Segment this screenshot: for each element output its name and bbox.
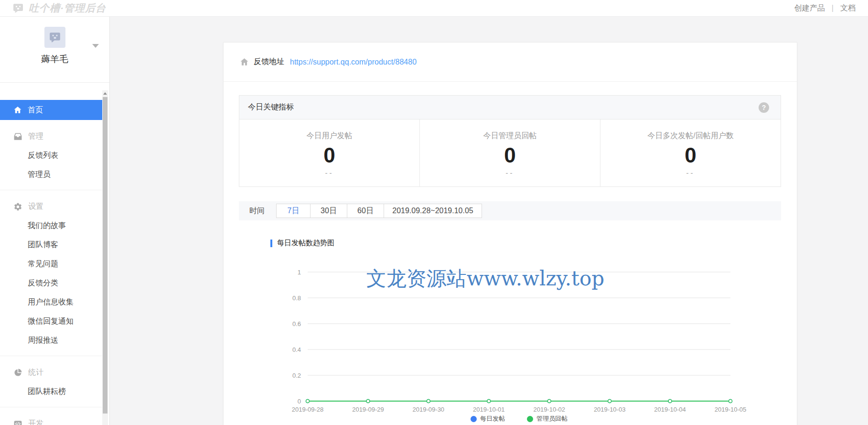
- time-filter-60d-button[interactable]: 60日: [347, 204, 384, 218]
- svg-text:0.4: 0.4: [292, 346, 301, 353]
- time-filter-daterange-button[interactable]: 2019.09.28~2019.10.05: [384, 204, 482, 218]
- sidebar-section-label: 设置: [28, 202, 43, 212]
- svg-text:2019-10-05: 2019-10-05: [715, 406, 747, 413]
- sidebar-section-dev[interactable]: 开发: [0, 414, 102, 425]
- sidebar-section-label: 开发: [28, 419, 43, 425]
- chart-title-text: 每日发帖数趋势图: [277, 239, 334, 248]
- svg-text:2019-10-02: 2019-10-02: [533, 406, 565, 413]
- gear-icon: [13, 202, 22, 211]
- code-icon: [13, 419, 22, 425]
- time-filter-7d-button[interactable]: 7日: [276, 204, 311, 218]
- chart-legend: 每日发帖 管理员回帖: [308, 414, 730, 423]
- create-product-link[interactable]: 创建产品: [794, 3, 825, 13]
- sidebar-item-our-story[interactable]: 我们的故事: [0, 216, 102, 235]
- sidebar-item-user-info-collect[interactable]: 用户信息收集: [0, 293, 102, 312]
- title-accent-bar: [270, 240, 272, 247]
- metric-admin-replies: 今日管理员回帖 0 --: [419, 120, 600, 186]
- svg-text:0.6: 0.6: [292, 320, 301, 327]
- divider: [0, 356, 102, 356]
- metric-label: 今日多次发帖/回帖用户数: [647, 131, 733, 141]
- metric-sub: --: [325, 169, 334, 177]
- metric-label: 今日管理员回帖: [483, 131, 537, 141]
- svg-text:2019-09-30: 2019-09-30: [413, 406, 445, 413]
- svg-text:0.8: 0.8: [292, 294, 301, 302]
- svg-text:2019-09-29: 2019-09-29: [352, 406, 384, 413]
- legend-item-admin-replies[interactable]: 管理员回帖: [527, 414, 568, 423]
- topbar-separator: |: [832, 4, 834, 12]
- home-icon: [13, 106, 22, 114]
- metric-value: 0: [323, 144, 335, 167]
- sidebar-section-stats[interactable]: 统计: [0, 363, 102, 382]
- svg-text:0: 0: [298, 398, 301, 405]
- metric-label: 今日用户发帖: [307, 131, 353, 141]
- chart-title: 每日发帖数趋势图: [270, 239, 334, 248]
- metric-user-posts: 今日用户发帖 0 --: [239, 120, 419, 186]
- feedback-address-row: 反馈地址 https://support.qq.com/product/8848…: [224, 43, 797, 82]
- sidebar-section-manage[interactable]: 管理: [0, 127, 102, 146]
- product-avatar[interactable]: [44, 27, 65, 48]
- topbar-brand: 吐个槽·管理后台: [12, 1, 106, 15]
- key-metrics-panel: 今日关键指标 ? 今日用户发帖 0 -- 今日管理员回帖 0 -- 今日多次发帖…: [239, 95, 781, 187]
- metrics-header: 今日关键指标 ?: [239, 96, 781, 120]
- home-icon: [240, 57, 249, 66]
- question-icon[interactable]: ?: [759, 102, 769, 113]
- metric-value: 0: [504, 144, 515, 167]
- sidebar-item-feedback-category[interactable]: 反馈分类: [0, 273, 102, 293]
- sidebar-section-label: 管理: [28, 131, 43, 142]
- metrics-body: 今日用户发帖 0 -- 今日管理员回帖 0 -- 今日多次发帖/回帖用户数 0 …: [239, 120, 781, 186]
- legend-label: 每日发帖: [480, 414, 505, 423]
- metric-multi-post-users: 今日多次发帖/回帖用户数 0 --: [600, 120, 781, 186]
- sidebar-item-home[interactable]: 首页: [0, 100, 102, 120]
- divider: [0, 190, 102, 190]
- sidebar-section-settings[interactable]: 设置: [0, 197, 102, 216]
- sidebar-item-weekly-push[interactable]: 周报推送: [0, 331, 102, 350]
- time-filter-label: 时间: [249, 206, 265, 216]
- app-title: 吐个槽·管理后台: [29, 1, 106, 15]
- sidebar-item-label: 首页: [28, 105, 43, 115]
- metric-value: 0: [685, 144, 696, 167]
- svg-text:2019-10-01: 2019-10-01: [473, 406, 504, 413]
- feedback-url-link[interactable]: https://support.qq.com/product/88480: [290, 58, 417, 66]
- sidebar-item-faq[interactable]: 常见问题: [0, 254, 102, 273]
- speech-bubble-avatar-icon: [49, 31, 61, 44]
- legend-dot-icon: [527, 416, 533, 422]
- speech-bubble-logo-icon: [12, 2, 24, 14]
- dashboard-card: 反馈地址 https://support.qq.com/product/8848…: [223, 42, 797, 425]
- metrics-title: 今日关键指标: [248, 102, 294, 112]
- time-filter-30d-button[interactable]: 30日: [310, 204, 347, 218]
- metric-sub: --: [686, 169, 695, 177]
- svg-text:2019-10-03: 2019-10-03: [594, 406, 626, 413]
- time-filter-bar: 时间 7日 30日 60日 2019.09.28~2019.10.05: [239, 201, 781, 220]
- inbox-icon: [13, 132, 22, 141]
- scroll-up-arrow-icon[interactable]: [103, 92, 107, 95]
- legend-item-daily-posts[interactable]: 每日发帖: [471, 414, 505, 423]
- legend-label: 管理员回帖: [536, 414, 568, 423]
- svg-text:0.2: 0.2: [292, 372, 301, 379]
- sidebar-item-feedback-list[interactable]: 反馈列表: [0, 146, 102, 165]
- svg-text:1: 1: [298, 269, 301, 276]
- sidebar-item-team-blog[interactable]: 团队博客: [0, 235, 102, 254]
- trend-line-chart[interactable]: 00.20.40.60.812019-09-282019-09-292019-0…: [271, 262, 768, 420]
- pie-chart-icon: [13, 368, 22, 377]
- svg-text:2019-09-28: 2019-09-28: [292, 406, 324, 413]
- sidebar-item-team-leaderboard[interactable]: 团队耕耘榜: [0, 382, 102, 401]
- sidebar-item-admins[interactable]: 管理员: [0, 165, 102, 184]
- product-card: 薅羊毛: [0, 27, 109, 83]
- sidebar-section-label: 统计: [28, 368, 43, 378]
- svg-text:2019-10-04: 2019-10-04: [654, 406, 686, 413]
- sidebar-scrollbar[interactable]: [102, 90, 108, 425]
- main-content: 反馈地址 https://support.qq.com/product/8848…: [110, 17, 868, 425]
- product-name: 薅羊毛: [0, 53, 109, 65]
- sidebar-menu: 首页 管理 反馈列表 管理员 设置 我们的故事 团队博客 常见问题 反馈分类 用…: [0, 100, 102, 425]
- docs-link[interactable]: 文档: [840, 3, 856, 13]
- sidebar: 薅羊毛 首页 管理 反馈列表 管理员 设置 我们的故事 团队博客 常见问题 反馈…: [0, 17, 110, 425]
- metric-sub: --: [506, 169, 514, 177]
- legend-dot-icon: [471, 416, 477, 422]
- divider: [0, 407, 102, 407]
- topbar: 吐个槽·管理后台 创建产品 | 文档: [0, 0, 868, 17]
- scrollbar-thumb[interactable]: [103, 97, 107, 414]
- chevron-down-icon[interactable]: [92, 44, 99, 48]
- sidebar-item-wechat-reply-notify[interactable]: 微信回复通知: [0, 312, 102, 331]
- feedback-address-label: 反馈地址: [254, 57, 284, 67]
